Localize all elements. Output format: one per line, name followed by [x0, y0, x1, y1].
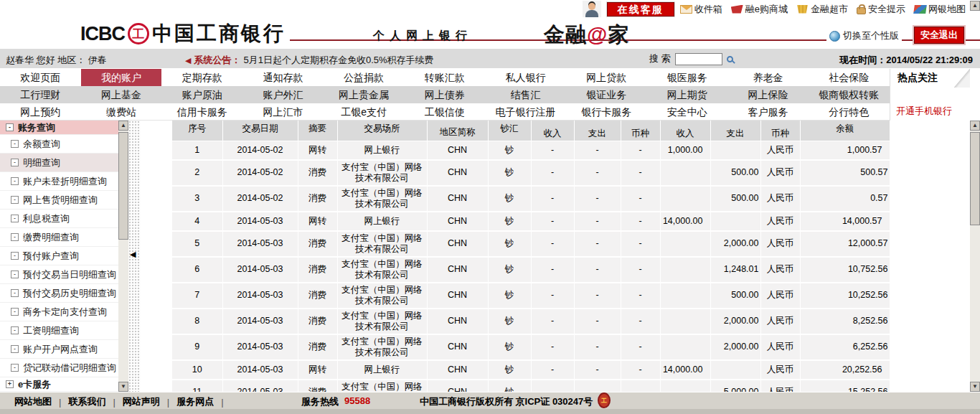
- nav-item[interactable]: 分行特色: [809, 103, 890, 120]
- sidebar-item[interactable]: -利息税查询: [0, 210, 118, 228]
- nav-item[interactable]: 安全中心: [647, 103, 728, 120]
- footer-link[interactable]: 服务网点: [176, 395, 214, 408]
- sidebar-item[interactable]: -网上售货明细查询: [0, 191, 118, 210]
- expand-icon[interactable]: -: [11, 215, 19, 222]
- nav-item[interactable]: 账户原油: [161, 86, 242, 103]
- search-icon[interactable]: [727, 56, 733, 62]
- table-cell: 5,000.00: [710, 380, 760, 392]
- nav-item[interactable]: 网上贷款: [566, 69, 647, 86]
- scroll-up-icon[interactable]: ▲: [970, 1, 980, 11]
- nav-row2: 工行理财网上基金账户原油账户外汇网上贵金属网上债券结售汇银证业务网上期货网上保险…: [0, 86, 890, 103]
- expand-icon[interactable]: -: [11, 196, 19, 204]
- sidebar-item[interactable]: -明细查询: [0, 154, 118, 172]
- logout-button[interactable]: 安全退出: [914, 27, 964, 44]
- sidebar-item[interactable]: -贷记联动借记明细查询: [0, 359, 118, 377]
- sidebar-collapse-strip[interactable]: ◀: [128, 121, 141, 392]
- expand-icon[interactable]: -: [11, 289, 19, 297]
- nav-item[interactable]: 私人银行: [485, 69, 566, 86]
- expand-icon[interactable]: -: [11, 308, 19, 316]
- scrollbar-thumb[interactable]: [118, 132, 128, 240]
- expand-icon[interactable]: -: [11, 177, 19, 185]
- nav-item[interactable]: 工银e支付: [324, 103, 405, 120]
- nav-item[interactable]: 网上保险: [727, 86, 809, 103]
- table-cell: 网上银行: [337, 360, 427, 380]
- nav-item[interactable]: 养老金: [727, 69, 809, 86]
- collapse-sidebar-icon[interactable]: ◀: [130, 250, 136, 259]
- scrollbar-thumb[interactable]: [970, 132, 980, 225]
- nav-item[interactable]: 转账汇款: [404, 69, 485, 86]
- expand-icon[interactable]: -: [11, 140, 19, 148]
- nav-item[interactable]: 网上贵金属: [324, 86, 405, 103]
- nav-item[interactable]: 公益捐款: [324, 69, 405, 86]
- nav-item[interactable]: 银证业务: [566, 86, 647, 103]
- expand-icon[interactable]: -: [11, 326, 19, 334]
- nav-item[interactable]: 网上汇市: [242, 103, 324, 120]
- sidebar-item[interactable]: -账户开户网点查询: [0, 340, 118, 359]
- expand-icon[interactable]: -: [11, 345, 19, 353]
- nav-item[interactable]: 网上债券: [404, 86, 485, 103]
- nav-item[interactable]: 定期存款: [161, 69, 242, 86]
- separator: |: [167, 397, 169, 408]
- sidebar-item[interactable]: -账务查询: [0, 121, 118, 135]
- nav-item[interactable]: 缴费站: [81, 103, 162, 120]
- mobile-banking-link[interactable]: 开通手机银行: [896, 105, 952, 118]
- expand-icon[interactable]: -: [6, 123, 14, 131]
- footer-link[interactable]: 网站声明: [123, 395, 160, 408]
- sidebar-item[interactable]: -工资明细查询: [0, 321, 118, 340]
- switch-version-link[interactable]: 切换至个性版: [826, 29, 902, 42]
- column-header: 序号: [172, 121, 222, 141]
- expand-icon[interactable]: -: [11, 364, 19, 372]
- sidebar-item[interactable]: -缴费明细查询: [0, 228, 118, 247]
- nav-item[interactable]: 网上期货: [647, 86, 728, 103]
- footer-link[interactable]: 网站地图: [14, 395, 52, 408]
- nav-item[interactable]: 信用卡服务: [161, 103, 242, 120]
- nav-item[interactable]: 欢迎页面: [0, 69, 81, 86]
- online-service-button[interactable]: 在线客服: [607, 2, 674, 17]
- nav-item[interactable]: 银行卡服务: [566, 103, 647, 120]
- table-scrollbar[interactable]: ▲ ▼: [970, 121, 980, 392]
- table-cell: 支付宝（中国）网络技术有限公司: [337, 186, 427, 212]
- footer-link[interactable]: 联系我们: [68, 395, 105, 408]
- copyright-text: 中国工商银行版权所有 京ICP证 030247号: [420, 395, 593, 408]
- nav-item[interactable]: 银医服务: [647, 69, 728, 86]
- nav-item[interactable]: 工银信使: [404, 103, 485, 120]
- expand-icon[interactable]: -: [11, 233, 19, 241]
- expand-icon[interactable]: -: [11, 159, 19, 166]
- scroll-up-icon[interactable]: ▲: [970, 121, 980, 131]
- nav-item[interactable]: 通知存款: [242, 69, 324, 86]
- nav-item[interactable]: 账户外汇: [242, 86, 324, 103]
- sidebar-item[interactable]: -预付交易当日明细查询: [0, 265, 118, 284]
- nav-item[interactable]: 社会保险: [809, 69, 890, 86]
- topbar-link[interactable]: 收件箱: [680, 3, 722, 16]
- nav-item[interactable]: 网上基金: [81, 86, 162, 103]
- announcement-text[interactable]: 5月1日起个人定期积存金免收0.5%积存手续费: [243, 54, 433, 67]
- scroll-down-icon[interactable]: ▼: [118, 382, 128, 392]
- expand-icon[interactable]: -: [11, 252, 19, 260]
- sidebar-item[interactable]: -预付交易历史明细查询: [0, 284, 118, 303]
- table-row: 32014-05-02消费支付宝（中国）网络技术有限公司CHN钞---500.0…: [172, 186, 890, 212]
- sidebar-item[interactable]: -商务卡定向支付查询: [0, 303, 118, 321]
- sidebar-item[interactable]: -余额查询: [0, 135, 118, 154]
- nav-item[interactable]: 电子银行注册: [485, 103, 566, 120]
- sidebar-scrollbar[interactable]: ▲ ▼: [118, 121, 128, 392]
- scroll-down-icon[interactable]: ▼: [970, 382, 980, 392]
- topbar-link[interactable]: 安全提示: [857, 3, 905, 16]
- topbar-link[interactable]: 融e购商城: [731, 3, 788, 16]
- nav-item[interactable]: 银商银权转账: [809, 86, 890, 103]
- nav-item[interactable]: 客户服务: [727, 103, 809, 120]
- sidebar-item[interactable]: -预付账户查询: [0, 247, 118, 265]
- hot-topics-tab[interactable]: 热点关注: [897, 72, 938, 85]
- nav-item[interactable]: 网上预约: [0, 103, 81, 120]
- sidebar-item[interactable]: -账户未登折明细查询: [0, 172, 118, 191]
- nav-item[interactable]: 结售汇: [485, 86, 566, 103]
- expand-icon[interactable]: +: [6, 380, 14, 388]
- search-input[interactable]: [675, 53, 722, 65]
- scroll-up-icon[interactable]: ▲: [118, 121, 128, 131]
- topbar-link[interactable]: 网银地图: [914, 3, 966, 16]
- transaction-table: 序号交易日期摘要交易场所地区简称钞汇收入支出币种收入支出币种余额 12014-0…: [172, 121, 890, 392]
- topbar-link[interactable]: 金融超市: [796, 3, 848, 16]
- nav-item[interactable]: 我的账户: [81, 69, 162, 86]
- nav-item[interactable]: 工行理财: [0, 86, 81, 103]
- expand-icon[interactable]: -: [11, 270, 19, 278]
- sidebar-item[interactable]: +e卡服务: [0, 377, 118, 392]
